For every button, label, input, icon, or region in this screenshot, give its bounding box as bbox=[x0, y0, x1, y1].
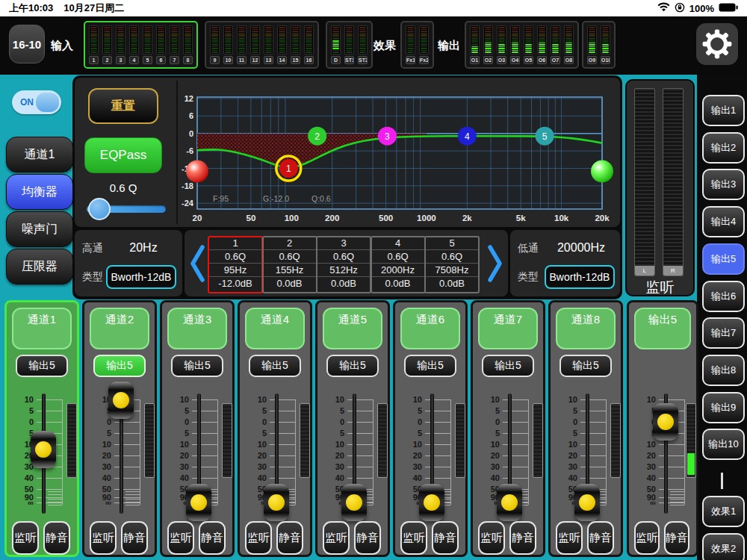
eq-on-toggle[interactable]: ON bbox=[12, 90, 61, 114]
strip-mute-button[interactable]: 静音 bbox=[432, 521, 459, 555]
bands-next-button[interactable] bbox=[486, 243, 504, 284]
strip-route-button[interactable]: 输出5 bbox=[326, 355, 379, 377]
sidebar-item-2[interactable]: 均衡器 bbox=[6, 174, 73, 210]
strip-monitor-button[interactable]: 监听 bbox=[167, 521, 194, 555]
strip-mute-button[interactable]: 静音 bbox=[43, 521, 70, 555]
fader-knob[interactable] bbox=[264, 484, 289, 521]
low-gain-handle[interactable] bbox=[186, 160, 208, 182]
fader-scale-tick bbox=[425, 399, 450, 400]
low-pass-freq[interactable]: 20000Hz bbox=[548, 241, 615, 255]
band-number: 2 bbox=[264, 237, 316, 249]
output-select-输出1[interactable]: 输出1 bbox=[702, 95, 745, 126]
high-pass-freq[interactable]: 20Hz bbox=[114, 241, 173, 255]
eq-band-cell-1[interactable]: 10.6Q95Hz-12.0dB bbox=[208, 236, 263, 293]
output-select-输出7[interactable]: 输出7 bbox=[702, 317, 745, 349]
fader-knob[interactable] bbox=[497, 484, 522, 521]
sidebar-item-1[interactable]: 通道1 bbox=[6, 137, 73, 172]
strip-name-button[interactable]: 输出5 bbox=[634, 308, 691, 349]
output-select-效果2[interactable]: 效果2 bbox=[702, 533, 745, 560]
level-meter-O5: O5 bbox=[524, 25, 533, 64]
output-select-输出8[interactable]: 输出8 bbox=[702, 355, 745, 386]
eq-pass-button[interactable]: EQPass bbox=[84, 137, 162, 173]
eq-y-tick: -18 bbox=[182, 181, 193, 190]
high-pass-type-button[interactable]: Bworth-12dB bbox=[106, 265, 176, 289]
fader-knob[interactable] bbox=[574, 484, 600, 521]
fader-scale-label: 40 bbox=[630, 474, 656, 482]
meter-leds bbox=[129, 25, 139, 55]
meter-channel-label: ST2 bbox=[358, 56, 368, 64]
meter-group-output-1-8: O1O2O3O4O5O6O7O8 bbox=[465, 21, 579, 69]
eq-band-cell-5[interactable]: 50.6Q7508Hz0.0dB bbox=[424, 236, 480, 293]
q-slider-knob[interactable] bbox=[88, 198, 111, 220]
strip-monitor-button[interactable]: 监听 bbox=[90, 521, 117, 555]
fader-knob[interactable] bbox=[108, 382, 134, 419]
strip-name-button[interactable]: 通道3 bbox=[167, 308, 227, 349]
strip-monitor-button[interactable]: 监听 bbox=[323, 521, 350, 555]
output-select-输出6[interactable]: 输出6 bbox=[702, 281, 745, 312]
q-slider[interactable] bbox=[87, 205, 166, 213]
fader-knob[interactable] bbox=[653, 403, 678, 441]
eq-reset-button[interactable]: 重置 bbox=[88, 88, 158, 124]
strip-monitor-button[interactable]: 监听 bbox=[634, 521, 660, 555]
strip-name-button[interactable]: 通道2 bbox=[90, 308, 149, 349]
fader-scale-label: 5 bbox=[86, 407, 111, 415]
eq-band-cell-2[interactable]: 20.6Q155Hz0.0dB bbox=[262, 236, 317, 293]
eq-bands-panel: 10.6Q95Hz-12.0dB20.6Q155Hz0.0dB30.6Q512H… bbox=[185, 230, 508, 296]
output-select-输出10[interactable]: 输出10 bbox=[702, 429, 745, 460]
strip-mute-button[interactable]: 静音 bbox=[199, 521, 226, 555]
output-select-输出4[interactable]: 输出4 bbox=[702, 206, 745, 237]
fader-knob[interactable] bbox=[186, 484, 211, 521]
strip-level-meter bbox=[144, 403, 155, 478]
strip-mute-button[interactable]: 静音 bbox=[587, 521, 614, 555]
output-select-输出5[interactable]: 输出5 bbox=[702, 243, 745, 275]
strip-monitor-button[interactable]: 监听 bbox=[12, 521, 39, 555]
bands-prev-button[interactable] bbox=[188, 243, 206, 284]
strip-name-button[interactable]: 通道6 bbox=[400, 308, 460, 349]
low-pass-type-button[interactable]: Bworth-12dB bbox=[545, 265, 615, 289]
level-meter-10: 10 bbox=[223, 25, 233, 64]
strip-route-button[interactable]: 输出5 bbox=[482, 355, 534, 377]
strip-monitor-button[interactable]: 监听 bbox=[478, 521, 505, 555]
meter-channel-label: Fx1 bbox=[406, 56, 415, 64]
eq-graph[interactable]: 1260-6-12-18-2412345F:95G:-12.0Q:0.62050… bbox=[179, 84, 616, 224]
fader-scale-label: 40 bbox=[474, 474, 500, 482]
strip-name-button[interactable]: 通道7 bbox=[478, 308, 538, 349]
eq-band-cell-4[interactable]: 40.6Q2000Hz0.0dB bbox=[371, 236, 426, 293]
strip-route-button[interactable]: 输出5 bbox=[404, 355, 456, 377]
eq-band-cell-3[interactable]: 30.6Q512Hz0.0dB bbox=[316, 236, 371, 293]
strip-name-button[interactable]: 通道4 bbox=[245, 308, 305, 349]
fader-scale-label: 40 bbox=[164, 474, 189, 482]
strip-mute-button[interactable]: 静音 bbox=[664, 521, 689, 555]
output-select-输出3[interactable]: 输出3 bbox=[702, 169, 745, 200]
sidebar-item-4[interactable]: 压限器 bbox=[6, 249, 73, 284]
strip-route-button[interactable]: 输出5 bbox=[16, 355, 68, 377]
meter-leds bbox=[483, 25, 493, 55]
strip-name-button[interactable]: 通道8 bbox=[556, 308, 616, 349]
strip-mute-button[interactable]: 静音 bbox=[121, 521, 148, 555]
sidebar-item-3[interactable]: 噪声门 bbox=[6, 211, 73, 247]
high-gain-handle[interactable] bbox=[591, 160, 613, 182]
output-select-输出2[interactable]: 输出2 bbox=[702, 132, 745, 164]
strip-name-button[interactable]: 通道5 bbox=[323, 308, 382, 349]
strip-route-button[interactable]: 输出5 bbox=[560, 355, 612, 377]
strip-mute-button[interactable]: 静音 bbox=[509, 521, 536, 555]
strip-monitor-button[interactable]: 监听 bbox=[400, 521, 427, 555]
fader-knob[interactable] bbox=[341, 484, 367, 521]
strip-monitor-button[interactable]: 监听 bbox=[245, 521, 272, 555]
fader-knob[interactable] bbox=[31, 431, 56, 468]
output-select-输出9[interactable]: 输出9 bbox=[702, 392, 745, 423]
strip-monitor-button[interactable]: 监听 bbox=[556, 521, 583, 555]
strip-route-button[interactable]: 输出5 bbox=[93, 355, 146, 377]
fader-scale-label: ∞ bbox=[630, 499, 656, 507]
output-select-效果1[interactable]: 效果1 bbox=[702, 496, 745, 527]
toggle-knob[interactable] bbox=[36, 93, 59, 112]
strip-name-button[interactable]: 通道1 bbox=[12, 308, 72, 349]
settings-button[interactable] bbox=[696, 23, 738, 65]
strip-route-button[interactable]: 输出5 bbox=[249, 355, 301, 377]
fader-knob-dot bbox=[113, 392, 129, 408]
io-mode-button[interactable]: 16-10 bbox=[9, 25, 45, 63]
strip-mute-button[interactable]: 静音 bbox=[276, 521, 303, 555]
fader-knob[interactable] bbox=[419, 484, 444, 521]
strip-route-button[interactable]: 输出5 bbox=[171, 355, 223, 377]
strip-mute-button[interactable]: 静音 bbox=[354, 521, 381, 555]
